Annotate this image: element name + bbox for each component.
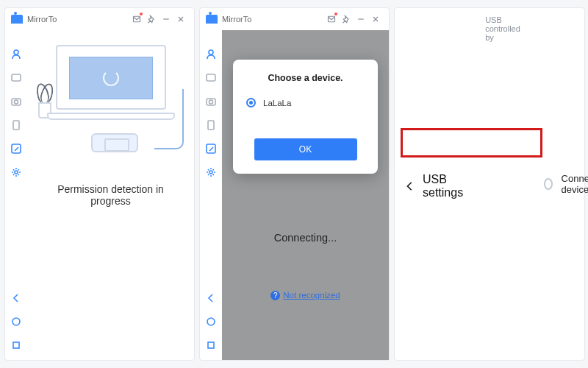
sidebar	[200, 8, 222, 360]
page-title: USB settings	[423, 173, 463, 199]
svg-rect-25	[208, 342, 214, 348]
gear-icon[interactable]	[10, 166, 23, 178]
device-icon[interactable]	[10, 118, 23, 131]
chat-icon[interactable]	[205, 71, 218, 84]
back-chevron-icon[interactable]	[405, 181, 415, 191]
camera-icon[interactable]	[10, 95, 23, 107]
laptop-phone-illustration-icon	[41, 38, 181, 163]
device-icon[interactable]	[205, 118, 218, 131]
choose-device-modal: Choose a device. LaLaLa OK	[233, 60, 378, 174]
circle-icon[interactable]	[205, 315, 218, 328]
opt-connected-device[interactable]: Connected device	[532, 8, 588, 360]
back-icon[interactable]	[10, 291, 23, 304]
sidebar	[5, 8, 27, 360]
main-area-permission: Permission detection in progress	[27, 8, 194, 360]
svg-point-4	[14, 50, 18, 54]
not-recognized-link[interactable]: ?Not recognized	[222, 291, 389, 300]
panel-connecting: MirrorTo Connecting... ?Not recognized C…	[199, 7, 390, 361]
device-option-label: LaLaLa	[263, 99, 291, 107]
svg-rect-18	[207, 74, 215, 81]
modal-title: Choose a device.	[246, 73, 365, 83]
ok-button[interactable]: OK	[254, 138, 357, 160]
close-button[interactable]	[173, 12, 188, 26]
svg-point-24	[207, 318, 215, 325]
svg-point-23	[209, 171, 212, 174]
app-logo-icon	[11, 15, 23, 24]
pin-icon[interactable]	[144, 12, 159, 26]
svg-point-17	[209, 50, 213, 54]
svg-rect-8	[13, 121, 19, 130]
usb-settings-header: USB settings	[395, 8, 473, 360]
panel-usb-settings: USB settings USB controlled by Connected…	[394, 7, 585, 361]
square-icon[interactable]	[10, 339, 23, 351]
square-icon[interactable]	[205, 339, 218, 351]
minimize-button[interactable]	[159, 12, 173, 26]
chat-icon[interactable]	[10, 71, 23, 84]
circle-icon[interactable]	[10, 315, 23, 328]
svg-point-10	[15, 171, 18, 174]
gear-icon[interactable]	[205, 166, 218, 178]
panel-permission: MirrorTo Permiss	[4, 7, 195, 361]
nav-buttons	[10, 291, 23, 360]
device-option[interactable]: LaLaLa	[246, 98, 365, 107]
titlebar: MirrorTo	[5, 8, 194, 30]
screen-icon[interactable]	[205, 142, 218, 155]
app-logo-icon	[206, 15, 218, 24]
svg-point-20	[209, 100, 213, 104]
section-controlled-by: USB controlled by	[473, 8, 532, 360]
help-icon: ?	[270, 291, 280, 300]
option-label: Connected device	[562, 173, 588, 195]
radio-icon	[246, 98, 256, 107]
main-area-connecting: Connecting... ?Not recognized Choose a d…	[222, 8, 389, 360]
camera-icon[interactable]	[205, 95, 218, 107]
screen-icon[interactable]	[10, 142, 23, 155]
radio-icon	[544, 178, 553, 190]
svg-point-7	[15, 100, 18, 104]
user-icon[interactable]	[205, 48, 218, 60]
connecting-text: Connecting...	[222, 232, 389, 244]
not-recognized-label: Not recognized	[283, 291, 340, 300]
svg-point-11	[12, 318, 20, 325]
back-icon[interactable]	[205, 291, 218, 304]
status-text: Permission detection in progress	[37, 183, 184, 207]
svg-rect-21	[208, 121, 214, 130]
nav-buttons	[205, 291, 218, 360]
mail-icon[interactable]	[129, 12, 144, 26]
svg-rect-12	[13, 342, 19, 348]
app-name: MirrorTo	[27, 15, 57, 24]
svg-rect-5	[12, 74, 21, 81]
user-icon[interactable]	[10, 48, 23, 60]
